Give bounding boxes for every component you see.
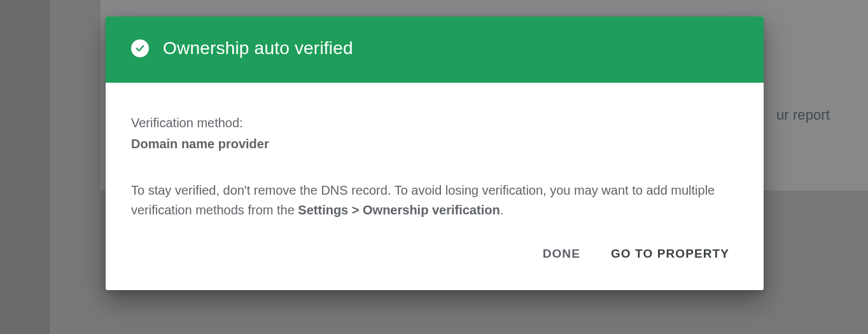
instruction-after: . [500,203,504,217]
done-button[interactable]: DONE [540,243,583,265]
instruction-strong: Settings > Ownership verification [298,203,500,217]
verification-method-label: Verification method: [131,113,738,133]
go-to-property-button[interactable]: GO TO PROPERTY [608,243,732,265]
dialog-actions: DONE GO TO PROPERTY [106,226,764,290]
dialog-header: Ownership auto verified [106,17,764,83]
dialog-instruction-text: To stay verified, don't remove the DNS r… [131,181,738,220]
check-circle-icon [131,39,149,57]
verification-method-value: Domain name provider [131,134,738,154]
verification-dialog: Ownership auto verified Verification met… [106,17,764,290]
dialog-title: Ownership auto verified [163,38,353,59]
dialog-body: Verification method: Domain name provide… [106,83,764,226]
